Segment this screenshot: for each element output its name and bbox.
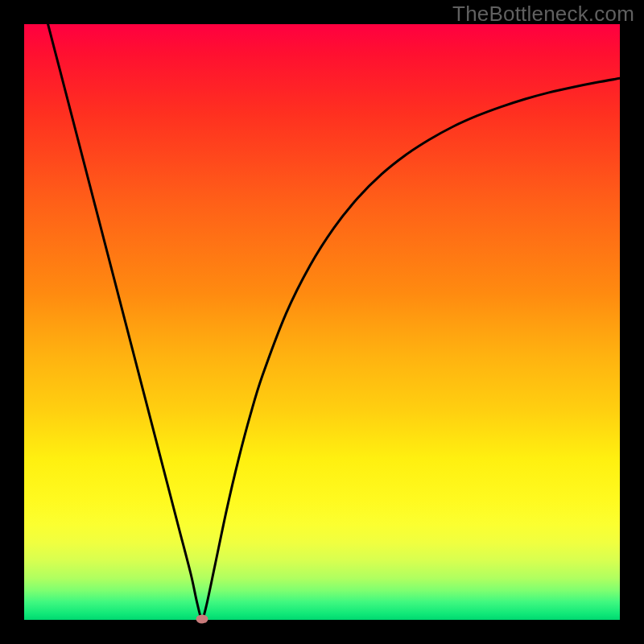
chart-container: TheBottleneck.com xyxy=(0,0,644,644)
bottleneck-curve xyxy=(24,24,620,620)
watermark-text: TheBottleneck.com xyxy=(452,2,634,27)
optimum-marker xyxy=(196,614,208,623)
